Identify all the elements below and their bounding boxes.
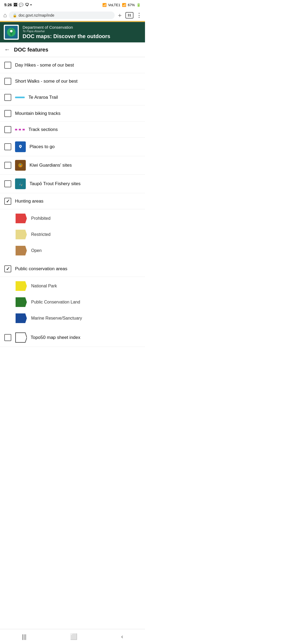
svg-point-4 — [20, 146, 21, 147]
svg-marker-13 — [16, 281, 27, 291]
topo-checkbox[interactable] — [4, 334, 11, 341]
places-icon — [15, 141, 26, 152]
sub-item: Restricted — [15, 226, 141, 243]
day-hikes-label: Day Hikes - some of our best — [15, 63, 141, 68]
hunting-checkbox[interactable] — [4, 198, 11, 205]
list-item[interactable]: Places to go — [0, 138, 145, 156]
svg-text:🥉: 🥉 — [19, 164, 22, 167]
status-bar: 5:26 🖼 💬 🗨 • 📶 VoLTE1 📶 67% 🔋 — [0, 0, 145, 10]
conservation-areas-item[interactable]: Public conservation areas — [0, 261, 145, 277]
network-label: VoLTE1 — [108, 3, 120, 7]
home-icon[interactable]: ⌂ — [3, 12, 7, 19]
browser-actions: ＋ 31 ⋮ — [117, 11, 142, 19]
hunting-sub-items: Prohibited Restricted Open — [0, 209, 145, 261]
page-title: DOC features — [14, 47, 48, 53]
track-sections-label: Track sections — [28, 127, 141, 132]
svg-text:🎣: 🎣 — [18, 182, 23, 186]
kiwi-label: Kiwi Guardians' sites — [30, 163, 141, 168]
back-button[interactable]: ← — [4, 46, 10, 53]
list-item[interactable]: Day Hikes - some of our best — [0, 57, 145, 73]
topo-map-icon — [15, 332, 27, 343]
url-text: doc.govt.nz/map/inde — [19, 13, 54, 17]
org-name: Department of Conservation — [23, 25, 110, 30]
places-checkbox[interactable] — [4, 143, 11, 150]
sub-item: Public Conservation Land — [15, 294, 141, 310]
doc-logo — [4, 25, 19, 40]
track-sections-checkbox[interactable] — [4, 126, 11, 133]
open-flag-icon — [15, 245, 27, 256]
feature-list: Day Hikes - some of our best Short Walks… — [0, 57, 145, 352]
hunting-label: Hunting areas — [15, 199, 141, 204]
new-tab-icon[interactable]: ＋ — [117, 11, 123, 19]
svg-marker-12 — [16, 246, 27, 255]
sub-item: Marine Reserve/Sanctuary — [15, 310, 141, 326]
wifi-icon: 📶 — [102, 3, 107, 7]
taupo-checkbox[interactable] — [4, 180, 11, 187]
svg-point-2 — [10, 30, 13, 32]
marine-reserve-label: Marine Reserve/Sanctuary — [31, 316, 82, 321]
org-subtitle: Te Papa Atawhai — [23, 30, 110, 33]
open-label: Open — [31, 248, 42, 253]
list-item[interactable]: Mountain biking tracks — [0, 105, 145, 122]
prohibited-flag-icon — [15, 213, 27, 224]
time: 5:26 — [4, 3, 12, 7]
header-title: DOC maps: Discover the outdoors — [23, 33, 110, 39]
more-menu-icon[interactable]: ⋮ — [136, 12, 142, 19]
svg-marker-11 — [16, 230, 27, 239]
marine-reserve-flag-icon — [15, 313, 27, 324]
mountain-biking-checkbox[interactable] — [4, 110, 11, 117]
url-bar[interactable]: 🔒 doc.govt.nz/map/inde — [9, 12, 115, 19]
list-item[interactable]: Short Walks - some of our best — [0, 73, 145, 89]
short-walks-label: Short Walks - some of our best — [15, 79, 141, 84]
battery-label: 67% — [128, 3, 135, 7]
status-left: 5:26 🖼 💬 🗨 • — [4, 3, 32, 7]
restricted-label: Restricted — [31, 232, 50, 237]
status-right: 📶 VoLTE1 📶 67% 🔋 — [102, 3, 141, 7]
doc-header-text: Department of Conservation Te Papa Atawh… — [23, 25, 110, 39]
doc-header: Department of Conservation Te Papa Atawh… — [0, 21, 145, 42]
taupo-label: Taupō Trout Fishery sites — [30, 181, 141, 186]
te-araroa-label: Te Araroa Trail — [28, 95, 141, 100]
list-item[interactable]: Te Araroa Trail — [0, 89, 145, 105]
lock-icon: 🔒 — [13, 13, 17, 17]
trail-line-icon — [15, 97, 25, 98]
day-hikes-checkbox[interactable] — [4, 62, 11, 69]
places-label: Places to go — [30, 144, 141, 149]
kiwi-icon: 🥉 — [15, 160, 26, 171]
taupo-icon: 🎣 — [15, 178, 26, 189]
conservation-label: Public conservation areas — [15, 266, 141, 272]
dot-icon: • — [30, 3, 32, 7]
list-item[interactable]: Track sections — [0, 122, 145, 138]
messenger2-icon: 🗨 — [25, 3, 29, 7]
sub-item: Open — [15, 243, 141, 259]
hunting-areas-item[interactable]: Hunting areas — [0, 193, 145, 209]
short-walks-checkbox[interactable] — [4, 78, 11, 85]
kiwi-checkbox[interactable] — [4, 162, 11, 169]
list-item[interactable]: 🎣 Taupō Trout Fishery sites — [0, 175, 145, 193]
browser-bar: ⌂ 🔒 doc.govt.nz/map/inde ＋ 31 ⋮ — [0, 10, 145, 21]
svg-marker-16 — [16, 333, 27, 342]
svg-marker-5 — [19, 147, 21, 148]
national-park-flag-icon — [15, 281, 27, 291]
battery-icon: 🔋 — [136, 3, 141, 7]
topo-item[interactable]: Topo50 map sheet index — [0, 328, 145, 347]
signal-icon: 📶 — [122, 3, 126, 7]
conservation-checkbox[interactable] — [4, 265, 11, 272]
mountain-biking-label: Mountain biking tracks — [15, 111, 141, 116]
prohibited-label: Prohibited — [31, 216, 50, 221]
restricted-flag-icon — [15, 229, 27, 240]
tab-count[interactable]: 31 — [125, 12, 133, 19]
messenger-icon: 💬 — [19, 3, 23, 7]
list-item[interactable]: 🥉 Kiwi Guardians' sites — [0, 156, 145, 175]
photo-icon: 🖼 — [13, 3, 17, 7]
national-park-label: National Park — [31, 284, 57, 288]
public-conservation-label: Public Conservation Land — [31, 300, 80, 305]
page-header: ← DOC features — [0, 42, 145, 57]
dashed-line-icon — [15, 129, 25, 130]
sub-item: National Park — [15, 278, 141, 294]
te-araroa-checkbox[interactable] — [4, 94, 11, 101]
public-conservation-flag-icon — [15, 297, 27, 308]
sub-item: Prohibited — [15, 210, 141, 226]
topo-label: Topo50 map sheet index — [31, 335, 141, 340]
svg-marker-14 — [16, 297, 27, 307]
